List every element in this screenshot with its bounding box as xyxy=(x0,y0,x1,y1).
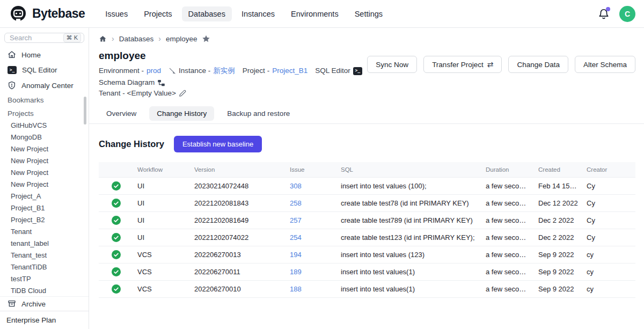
history-row[interactable]: UI20230214072448308insert into test valu… xyxy=(99,178,635,195)
nav-item-environments[interactable]: Environments xyxy=(284,6,345,21)
success-check-icon xyxy=(112,284,121,293)
sidebar-project-project-a[interactable]: Project_A xyxy=(0,190,89,202)
main-nav: IssuesProjectsDatabasesInstancesEnvironm… xyxy=(99,6,389,21)
creator-cell: cy xyxy=(582,281,635,298)
sql-cell: insert into test values (123) xyxy=(336,246,481,264)
sidebar-item-archive[interactable]: Archive xyxy=(0,296,89,311)
sidebar-project-new-project[interactable]: New Project xyxy=(0,166,89,178)
issue-link[interactable]: 258 xyxy=(290,199,302,207)
tab-overview[interactable]: Overview xyxy=(99,106,144,121)
transfer-project-button[interactable]: Transfer Project⇄ xyxy=(423,56,502,73)
breadcrumb-databases[interactable]: Databases xyxy=(119,35,154,43)
instance-link[interactable]: 新实例 xyxy=(213,65,235,76)
history-row[interactable]: UI20221202074022254create table test123 … xyxy=(99,229,635,246)
column-header-issue: Issue xyxy=(286,162,336,178)
created-cell: Sep 9 2022 xyxy=(534,246,582,264)
notification-bell-icon[interactable] xyxy=(598,8,610,20)
tab-change-history[interactable]: Change History xyxy=(149,106,214,121)
version-cell: 202206270010 xyxy=(190,281,286,298)
created-cell: Feb 14 15:32 xyxy=(534,178,582,195)
sidebar-scrollbar[interactable] xyxy=(84,97,86,125)
workflow-cell: UI xyxy=(133,178,190,195)
sql-cell: create table test78 (id int PRIMARY KEY) xyxy=(336,195,481,212)
sidebar-item-sql-editor[interactable]: >_ SQL Editor xyxy=(0,63,89,77)
column-header-workflow: Workflow xyxy=(133,162,190,178)
sidebar-item-home[interactable]: Home xyxy=(0,48,89,62)
sync-now-button[interactable]: Sync Now xyxy=(367,56,417,73)
breadcrumb-employee[interactable]: employee xyxy=(166,35,197,43)
success-check-icon xyxy=(112,216,121,224)
workflow-cell: UI xyxy=(133,212,190,229)
establish-baseline-button[interactable]: Establish new baseline xyxy=(174,136,262,152)
creator-cell: Cy xyxy=(582,212,635,229)
success-check-icon xyxy=(112,199,121,207)
history-row[interactable]: UI20221202081843258create table test78 (… xyxy=(99,195,635,212)
history-row[interactable]: VCS202206270013194insert into test value… xyxy=(99,246,635,264)
nav-item-settings[interactable]: Settings xyxy=(348,6,389,21)
issue-link[interactable]: 308 xyxy=(290,182,302,190)
schema-diagram-shortcut[interactable]: Schema Diagram xyxy=(99,77,165,88)
nav-item-issues[interactable]: Issues xyxy=(99,6,134,21)
bookmark-star-icon[interactable] xyxy=(202,34,210,43)
created-cell: Dec 2 2022 xyxy=(534,229,582,246)
search-box[interactable]: ⌘ K xyxy=(4,33,84,43)
sidebar-project-mongodb[interactable]: MongoDB xyxy=(0,131,89,143)
sidebar-project-tenant[interactable]: Tenant xyxy=(0,225,89,237)
workflow-cell: VCS xyxy=(133,264,190,281)
duration-cell: a few seconds xyxy=(481,178,534,195)
breadcrumb-separator: › xyxy=(158,34,161,43)
brand[interactable]: Bytebase xyxy=(9,4,85,24)
workflow-cell: VCS xyxy=(133,281,190,298)
issue-link[interactable]: 194 xyxy=(290,251,302,259)
bookmarks-section-label[interactable]: Bookmarks xyxy=(0,92,89,106)
nav-item-projects[interactable]: Projects xyxy=(137,6,178,21)
history-row[interactable]: VCS202206270010188insert into test value… xyxy=(99,281,635,298)
version-cell: 20221202081843 xyxy=(190,195,286,212)
breadcrumb-separator: › xyxy=(112,34,114,43)
history-row[interactable]: UI20221202081649257create table test789 … xyxy=(99,212,635,229)
creator-cell: Cy xyxy=(582,178,635,195)
sidebar-project-tenant-test[interactable]: Tenant_test xyxy=(0,249,89,261)
edit-pencil-icon[interactable] xyxy=(179,90,186,97)
sidebar-project-tenant-label[interactable]: tenant_label xyxy=(0,237,89,249)
detail-tabs: OverviewChange HistoryBackup and restore xyxy=(89,106,644,124)
alter-schema-button[interactable]: Alter Schema xyxy=(575,56,635,73)
sidebar-project-new-project[interactable]: New Project xyxy=(0,155,89,166)
success-check-icon xyxy=(112,181,121,189)
version-cell: 20221202081649 xyxy=(190,212,286,229)
change-data-button[interactable]: Change Data xyxy=(508,56,568,73)
project-link[interactable]: Project_B1 xyxy=(272,65,308,76)
duration-cell: a few seconds xyxy=(481,229,534,246)
environment-link[interactable]: prod xyxy=(147,65,161,76)
project-meta: Project - Project_B1 xyxy=(243,65,308,76)
sidebar-item-label: Anomaly Center xyxy=(21,82,74,90)
workflow-cell: VCS xyxy=(133,246,190,264)
sidebar-project-project-b2[interactable]: Project_B2 xyxy=(0,214,89,225)
issue-link[interactable]: 189 xyxy=(290,268,302,276)
sql-editor-shortcut[interactable]: SQL Editor >_ xyxy=(315,65,362,76)
nav-item-instances[interactable]: Instances xyxy=(235,6,281,21)
tab-backup-and-restore[interactable]: Backup and restore xyxy=(219,106,297,121)
plan-footer[interactable]: Enterprise Plan xyxy=(0,311,89,329)
issue-link[interactable]: 257 xyxy=(290,216,302,224)
search-input[interactable] xyxy=(10,34,58,42)
sidebar-project-new-project[interactable]: New Project xyxy=(0,143,89,155)
projects-section-label[interactable]: Projects xyxy=(0,106,89,119)
sidebar-project-project-b1[interactable]: Project_B1 xyxy=(0,202,89,214)
sidebar: ⌘ K Home >_ SQL Editor Anomaly Center Bo… xyxy=(0,28,89,329)
sidebar-project-githubvcs[interactable]: GitHubVCS xyxy=(0,119,89,131)
history-row[interactable]: VCS202206270011189insert into test value… xyxy=(99,264,635,281)
sql-cell: create table test789 (id int PRIMARY KEY… xyxy=(336,212,481,229)
issue-link[interactable]: 188 xyxy=(290,285,302,293)
sidebar-project-tidb-cloud[interactable]: TiDB Cloud xyxy=(0,284,89,296)
bytebase-logo-icon xyxy=(9,4,28,24)
breadcrumb-home-icon[interactable] xyxy=(99,35,107,43)
version-cell: 20221202074022 xyxy=(190,229,286,246)
sidebar-project-tenanttidb[interactable]: TenantTiDB xyxy=(0,261,89,273)
sidebar-project-new-project[interactable]: New Project xyxy=(0,178,89,190)
sidebar-item-anomaly-center[interactable]: Anomaly Center xyxy=(0,78,89,92)
nav-item-databases[interactable]: Databases xyxy=(182,6,232,21)
sidebar-project-testtp[interactable]: testTP xyxy=(0,273,89,284)
issue-link[interactable]: 254 xyxy=(290,233,302,242)
user-avatar[interactable]: C xyxy=(619,6,635,22)
